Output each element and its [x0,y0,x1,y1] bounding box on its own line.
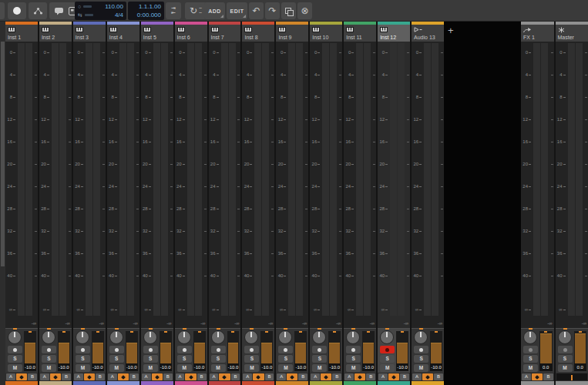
shuffle-mini-slider[interactable] [85,14,93,16]
mute-button[interactable]: M [143,364,158,372]
record-arm-button[interactable] [312,346,327,353]
track-header[interactable]: Inst 1 [5,22,38,42]
solo-button[interactable]: S [8,355,22,363]
track-header[interactable]: Inst 7 [209,22,241,42]
volume-fader[interactable]: -10.0 [92,331,104,371]
crossfade-assign-button[interactable] [422,373,433,380]
volume-fader[interactable]: -10.0 [294,331,307,371]
solo-button[interactable]: S [523,355,538,363]
volume-fader[interactable]: -10.0 [396,331,408,371]
pan-knob[interactable] [312,330,326,344]
crossfade-b-button[interactable]: B [163,373,173,380]
crossfade-b-button[interactable]: B [400,373,409,380]
undo-button[interactable]: ↶ [249,2,264,19]
solo-button[interactable]: S [244,355,259,363]
crossfade-a-button[interactable]: A [522,373,531,380]
track-header[interactable]: Inst 2 [39,22,72,42]
play-button-partial[interactable] [0,2,5,19]
pan-knob[interactable] [523,330,537,344]
crossfade-a-button[interactable]: A [108,373,117,380]
crossfade-b-button[interactable]: B [298,373,307,380]
crossfade-a-button[interactable]: A [277,373,286,380]
mute-button[interactable]: M [278,364,293,372]
crossfade-assign-button[interactable] [388,373,399,380]
record-arm-button[interactable] [211,346,226,353]
mute-button[interactable]: M [312,364,327,372]
mute-button[interactable]: M [380,364,395,372]
crossfade-b-button[interactable]: B [332,373,341,380]
position-display[interactable]: 1.1.1.00 0:00.000 [128,2,164,20]
solo-button[interactable]: S [211,355,226,363]
record-arm-button[interactable] [76,346,90,353]
crossfade-b-button[interactable]: B [96,373,105,380]
punch-button[interactable]: ⇥ ⇤ [166,2,181,19]
crossfade-assign-button[interactable] [152,373,163,380]
delete-button[interactable]: ⊗ [297,2,312,19]
solo-button[interactable]: S [312,355,327,363]
crossfade-b-button[interactable]: B [62,373,71,380]
automation-button[interactable] [29,2,47,19]
solo-button[interactable]: S [109,355,124,363]
record-arm-button[interactable] [244,346,259,353]
pan-knob[interactable] [244,330,258,344]
track-header[interactable]: Inst 10 [310,22,342,42]
tempo-mini-slider[interactable] [83,5,92,8]
crossfade-assign-button[interactable] [50,373,61,380]
volume-fader[interactable]: -10.0 [160,331,172,371]
crossfade-assign-button[interactable] [84,373,95,380]
redo-button[interactable]: ↷ [265,2,280,19]
record-arm-button[interactable] [143,346,158,353]
record-button[interactable] [8,2,26,19]
left-scrollbar[interactable] [0,22,5,385]
crossfade-assign-button[interactable] [287,373,297,380]
crossfade-b-button[interactable]: B [231,373,240,380]
solo-button[interactable]: S [414,355,428,363]
crossfade-a-button[interactable]: A [142,373,151,380]
volume-fader[interactable]: -10.0 [58,331,70,371]
add-track-button[interactable]: + [448,25,454,35]
pan-knob[interactable] [211,330,225,344]
mute-button[interactable]: M [558,364,573,372]
crossfade-a-button[interactable]: A [40,373,49,380]
crossfade-assign-button[interactable] [118,373,129,380]
track-header[interactable]: Inst 3 [73,22,106,42]
volume-fader[interactable]: -10.0 [193,331,206,371]
crossfade-a-button[interactable]: A [6,373,15,380]
track-header[interactable]: Inst 5 [141,22,173,42]
pan-knob[interactable] [143,330,157,344]
crossfade-assign-button[interactable] [16,373,27,380]
record-arm-button[interactable] [109,346,124,353]
record-arm-button[interactable] [8,346,22,353]
mute-button[interactable]: M [346,364,361,372]
crossfade-b-button[interactable]: B [434,373,443,380]
crossfade-assign-button[interactable] [185,373,196,380]
mute-button[interactable]: M [8,364,22,372]
volume-fader[interactable]: -10.0 [362,331,375,371]
duplicate-button[interactable] [281,2,296,19]
crossfade-a-button[interactable]: A [344,373,354,380]
pan-knob[interactable] [414,330,428,344]
pan-knob[interactable] [177,330,191,344]
crossfade-a-button[interactable]: A [378,373,388,380]
track-header[interactable]: Inst 9 [276,22,308,42]
tempo-value[interactable]: 110.00 [94,2,123,11]
crossfade-a-button[interactable]: A [176,373,185,380]
record-arm-button[interactable] [177,346,192,353]
solo-button[interactable]: S [143,355,158,363]
mute-button[interactable]: M [76,364,90,372]
track-header[interactable]: Inst 12 [378,22,410,42]
record-arm-button[interactable] [380,346,395,353]
pan-knob[interactable] [8,330,22,344]
mute-button[interactable]: M [244,364,259,372]
record-arm-button[interactable] [278,346,293,353]
pan-knob[interactable] [76,330,89,344]
mute-button[interactable]: M [523,364,538,372]
record-arm-button[interactable] [414,346,428,353]
crossfade-a-button[interactable]: A [210,373,219,380]
track-header[interactable]: Inst 6 [175,22,207,42]
solo-button[interactable]: S [558,355,573,363]
pan-knob[interactable] [558,330,572,344]
crossfade-a-button[interactable]: A [311,373,320,380]
pan-knob[interactable] [42,330,55,344]
track-header[interactable]: FX 1 [521,22,554,42]
